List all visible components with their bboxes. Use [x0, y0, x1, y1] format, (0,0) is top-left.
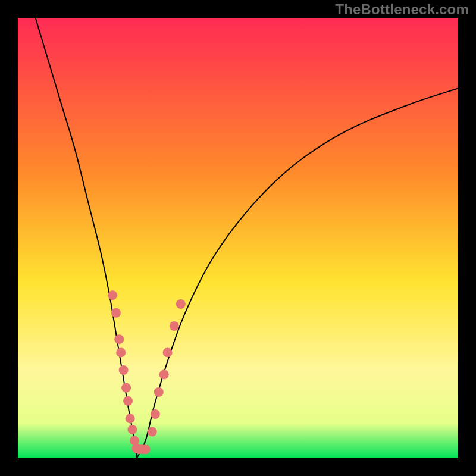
gradient-background: [18, 18, 458, 458]
data-marker: [123, 396, 133, 406]
data-marker: [141, 444, 151, 454]
data-marker: [176, 299, 186, 309]
data-marker: [114, 334, 124, 344]
data-marker: [154, 387, 164, 397]
data-marker: [170, 321, 179, 331]
data-marker: [116, 347, 126, 357]
data-marker: [121, 383, 131, 393]
watermark-text: TheBottleneck.com: [335, 1, 469, 18]
data-marker: [108, 290, 117, 300]
data-marker: [111, 308, 121, 318]
data-marker: [126, 414, 135, 423]
plot-area: [18, 18, 458, 458]
data-marker: [127, 425, 137, 434]
chart-outer: TheBottleneck.com: [0, 0, 476, 476]
data-marker: [163, 347, 173, 357]
data-marker: [159, 369, 169, 379]
bottleneck-curve-chart: [18, 18, 458, 458]
data-marker: [119, 365, 129, 375]
data-marker: [151, 409, 160, 419]
data-marker: [148, 427, 157, 437]
